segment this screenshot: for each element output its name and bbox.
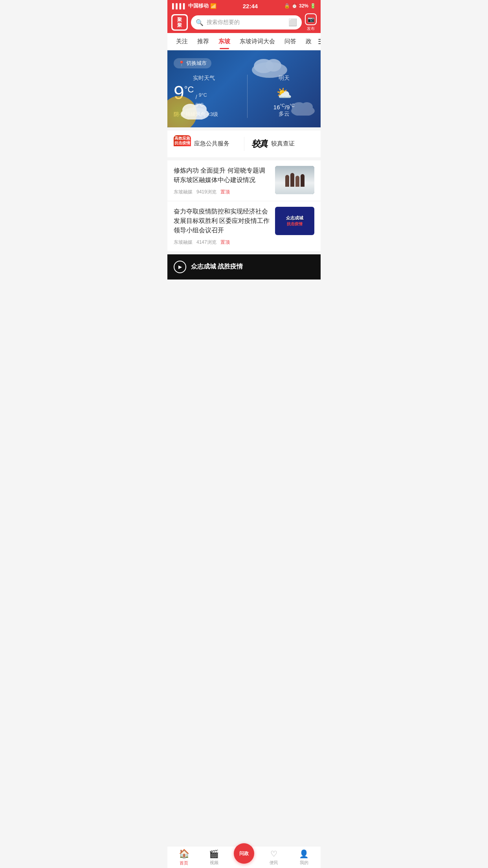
search-bar[interactable]: 🔍 搜索你想要的 ⬜ <box>191 15 302 29</box>
svg-point-2 <box>266 59 281 72</box>
carrier-name: 中国移动 <box>188 2 209 9</box>
scan-icon[interactable]: ⬜ <box>288 18 297 27</box>
city-switch-button[interactable]: 📍 切换城市 <box>174 58 211 68</box>
publish-icon: 📷 <box>305 13 317 25</box>
emergency-icon-inner: 高效应急抗击疫情 <box>174 135 191 146</box>
news-views-1: 9419浏览 <box>196 189 216 195</box>
publish-label: 发布 <box>307 26 315 31</box>
tab-wenda[interactable]: 问答 <box>280 34 301 49</box>
service-divider <box>244 137 244 151</box>
thumb-image-1 <box>275 166 314 194</box>
service-row: 高效应急抗击疫情 应急公共服务 较真 较真查证 <box>167 131 321 157</box>
tab-zheng[interactable]: 政 <box>301 34 316 49</box>
lock-icon: 🔒 <box>284 3 290 9</box>
tab-dongpo[interactable]: 东坡 <box>214 34 235 49</box>
nav-tabs: 关注 推荐 东坡 东坡诗词大会 问答 政 ☰ <box>167 33 321 50</box>
news-pinned-1[interactable]: 置顶 <box>220 189 230 195</box>
svg-point-5 <box>301 102 313 112</box>
news-source-2: 东坡融媒 <box>174 239 193 246</box>
news-meta-2: 东坡融媒 4147浏览 置顶 <box>174 239 270 246</box>
news-thumb-2: 众志成城 抗击疫情 <box>275 207 314 235</box>
location-icon: 📍 <box>178 61 185 66</box>
weather-tomorrow-icon: ⛅ <box>276 86 292 101</box>
app-header: 聚聚 🔍 搜索你想要的 ⬜ 📷 发布 <box>167 12 321 33</box>
news-title-2: 奋力夺取疫情防控和实现经济社会发展目标双胜利 区委应对疫情工作领导小组会议召开 <box>174 207 270 235</box>
svg-point-8 <box>193 104 207 115</box>
logo-text: 聚聚 <box>177 17 182 28</box>
emergency-label: 应急公共服务 <box>194 140 229 147</box>
city-switch-label: 切换城市 <box>186 60 207 67</box>
wifi-icon: 📶 <box>210 3 216 9</box>
tab-shici[interactable]: 东坡诗词大会 <box>235 34 280 49</box>
news-views-2: 4147浏览 <box>196 239 216 246</box>
logo-inner: 聚聚 <box>172 15 187 29</box>
thumb-image-2: 众志成城 抗击疫情 <box>275 207 314 235</box>
today-label: 实时天气 <box>174 75 235 82</box>
nav-more-icon[interactable]: ☰ <box>316 36 321 48</box>
news-content-2: 奋力夺取疫情防控和实现经济社会发展目标双胜利 区委应对疫情工作领导小组会议召开 … <box>174 207 270 246</box>
news-section: 修炼内功 全面提升 何迎晓专题调研东坡区融媒体中心建设情况 东坡融媒 9419浏… <box>167 160 321 251</box>
status-time: 22:44 <box>243 3 258 9</box>
battery-level: 32% <box>299 3 308 9</box>
news-title-1: 修炼内功 全面提升 何迎晓专题调研东坡区融媒体中心建设情况 <box>174 166 270 185</box>
emergency-icon: 高效应急抗击疫情 <box>174 135 191 153</box>
search-icon: 🔍 <box>196 19 204 26</box>
news-item-1[interactable]: 修炼内功 全面提升 何迎晓专题调研东坡区融媒体中心建设情况 东坡融媒 9419浏… <box>167 160 321 201</box>
news-content-1: 修炼内功 全面提升 何迎晓专题调研东坡区融媒体中心建设情况 东坡融媒 9419浏… <box>174 166 270 195</box>
battery-icon: 🔋 <box>310 3 316 9</box>
app-logo[interactable]: 聚聚 <box>171 14 188 31</box>
video-banner[interactable]: ▶ 众志成城 战胜疫情 <box>167 254 321 280</box>
publish-button[interactable]: 📷 发布 <box>305 13 317 31</box>
news-meta-1: 东坡融媒 9419浏览 置顶 <box>174 189 270 195</box>
cloud-decoration-1 <box>250 54 289 78</box>
camera-icon: 📷 <box>308 16 314 22</box>
video-title: 众志成城 战胜疫情 <box>191 263 243 271</box>
signal-icon: ▌▌▌▌ <box>172 3 187 9</box>
cloud-decoration-2 <box>289 100 317 116</box>
tab-guanzhu[interactable]: 关注 <box>171 34 193 49</box>
weather-divider <box>247 75 248 118</box>
zhenzhen-label: 较真查证 <box>271 140 295 147</box>
news-source-1: 东坡融媒 <box>174 189 193 195</box>
cloud-decoration-3 <box>179 101 211 120</box>
main-content: 📍 切换城市 实时天气 9°C / 9°C9°C 阴·无持续风向·<3级 明天 … <box>167 50 321 303</box>
tomorrow-desc: 多云 <box>279 110 290 118</box>
news-pinned-2[interactable]: 置顶 <box>220 239 230 246</box>
service-zhenzhen[interactable]: 较真 较真查证 <box>251 135 315 153</box>
search-placeholder: 搜索你想要的 <box>207 19 285 26</box>
news-thumb-1 <box>275 166 314 194</box>
status-right: 🔒 ⏰ 32% 🔋 <box>284 3 316 9</box>
status-bar: ▌▌▌▌ 中国移动 📶 22:44 🔒 ⏰ 32% 🔋 <box>167 0 321 12</box>
weather-card[interactable]: 📍 切换城市 实时天气 9°C / 9°C9°C 阴·无持续风向·<3级 明天 … <box>167 50 321 127</box>
status-carrier: ▌▌▌▌ 中国移动 📶 <box>172 2 216 9</box>
service-emergency[interactable]: 高效应急抗击疫情 应急公共服务 <box>174 135 238 153</box>
video-play-icon: ▶ <box>174 261 186 273</box>
alarm-icon: ⏰ <box>292 3 297 9</box>
news-item-2[interactable]: 奋力夺取疫情防控和实现经济社会发展目标双胜利 区委应对疫情工作领导小组会议召开 … <box>167 201 321 251</box>
zhenzhen-icon: 较真 <box>251 135 268 153</box>
zhenzhen-icon-inner: 较真 <box>251 135 268 153</box>
tab-tuijian[interactable]: 推荐 <box>193 34 214 49</box>
zhenzhen-text: 较真 <box>251 138 267 150</box>
